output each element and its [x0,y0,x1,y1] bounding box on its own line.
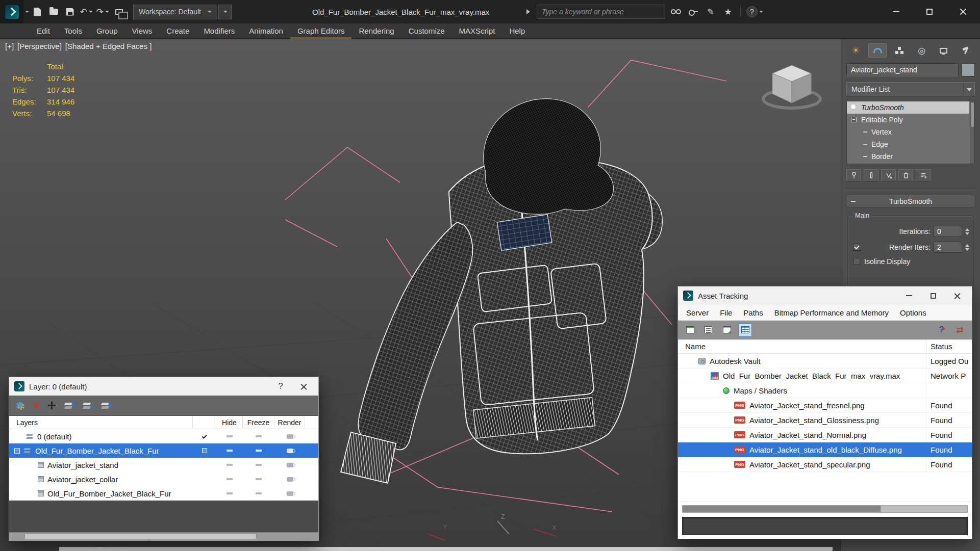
layer-row-selected[interactable]: Old_Fur_Bomber_Jacket_Black_Fur [9,443,318,458]
tab-motion[interactable]: ◎ [913,43,931,58]
save-file-button[interactable] [62,4,78,19]
menu-customize[interactable]: Customize [401,23,452,39]
remove-modifier-button[interactable] [898,169,913,181]
app-menu-button[interactable] [0,0,23,23]
render-toggle-icon[interactable] [287,434,293,439]
layer-dialog-close-button[interactable] [294,379,313,394]
menu-modifiers[interactable]: Modifiers [196,23,242,39]
stack-scrollbar-thumb[interactable] [971,102,974,127]
asset-row-png[interactable]: PNGAviator_Jacket_stand_specular.png Fou… [678,457,972,472]
object-name-field[interactable]: Aviator_jacket_stand [846,63,959,76]
hide-toggle-icon[interactable] [227,435,233,437]
column-layers[interactable]: Layers [9,416,193,429]
new-scene-button[interactable] [30,4,45,19]
stack-row-editable-poly[interactable]: Editable Poly [847,114,969,126]
vault-table-button[interactable] [683,323,697,337]
collapse-minus-icon[interactable] [14,448,20,454]
spinner-down-icon[interactable] [965,248,969,253]
menu-file[interactable]: File [714,308,738,317]
modifier-enabled-bulb-icon[interactable] [851,104,856,109]
menu-rendering[interactable]: Rendering [351,23,401,39]
view-cube[interactable] [763,65,820,108]
menu-paths[interactable]: Paths [738,308,768,317]
configure-modifier-sets-button[interactable] [916,169,931,181]
viewport-menu-pov[interactable]: [Perspective] [17,42,62,50]
favorites-button[interactable]: ★ [721,5,735,18]
layer-row-object[interactable]: Aviator_jacket_collar [9,472,318,486]
column-freeze[interactable]: Freeze [243,416,274,429]
freeze-toggle-icon[interactable] [256,435,262,437]
maximize-button[interactable] [913,0,946,23]
render-iters-checkbox[interactable] [853,244,860,251]
hide-toggle-icon[interactable] [227,492,233,494]
layer-row-object[interactable]: Old_Fur_Bomber_Jacket_Black_Fur [9,486,318,501]
select-layer-objects-button[interactable] [82,402,92,410]
close-button[interactable] [946,0,980,23]
help-sync-button[interactable]: ? [935,323,948,337]
create-new-layer-button[interactable]: ✱ [16,401,24,410]
asset-minimize-button[interactable] [899,288,919,303]
menu-server[interactable]: Server [681,308,714,317]
current-layer-box-icon[interactable] [202,448,207,453]
stack-scrollbar[interactable] [970,101,974,164]
iterations-field[interactable]: 0 [934,226,962,237]
render-toggle-icon[interactable] [287,463,293,467]
make-unique-button[interactable] [881,169,896,181]
asset-horizontal-scrollbar[interactable] [682,505,968,513]
isoline-display-checkbox[interactable] [853,258,860,265]
modifier-list-arrow[interactable] [963,83,974,96]
scrollbar-thumb[interactable] [24,534,257,539]
workspace-selector[interactable]: Workspace: Default [133,5,217,19]
tab-create[interactable]: ☀ [846,43,865,58]
asset-close-button[interactable] [947,288,967,303]
column-name[interactable]: Name [678,339,926,353]
layer-row-object[interactable]: Aviator_jacket_stand [9,458,318,472]
tab-modify[interactable] [868,43,887,58]
viewport-menu-shading[interactable]: [Shaded + Edged Faces ] [65,42,152,50]
asset-maximize-button[interactable] [923,288,943,303]
viewport-menu-general[interactable]: [+] [5,42,14,50]
search-input[interactable] [537,5,665,19]
layer-dialog-help-button[interactable]: ? [272,381,289,391]
scrollbar-thumb[interactable] [683,506,881,512]
spinner-up-icon[interactable] [965,242,969,247]
redo-button[interactable]: ↷ [95,4,110,19]
tab-utilities[interactable] [957,43,975,58]
help-button[interactable]: ? [746,6,763,17]
stack-row-border[interactable]: Border [847,150,969,163]
set-current-layer-button[interactable] [100,402,111,410]
modifier-list-dropdown[interactable]: Modifier List [846,82,975,96]
collapse-minus-icon[interactable] [851,117,857,122]
freeze-toggle-icon[interactable] [256,464,262,466]
grid-view-button[interactable] [738,323,752,337]
column-current[interactable] [193,416,216,429]
render-toggle-icon[interactable] [287,491,293,496]
add-table-button[interactable] [720,323,734,337]
menu-views[interactable]: Views [125,23,160,39]
list-view-button[interactable] [701,323,715,337]
freeze-toggle-icon[interactable] [256,478,262,480]
rollout-header[interactable]: TurboSmooth [846,195,975,207]
asset-row-png[interactable]: PNGAviator_Jacket_stand_fresnel.png Foun… [678,398,972,413]
asset-row-maps-group[interactable]: Maps / Shaders [678,383,972,398]
delete-layer-button[interactable] [32,402,40,409]
render-toggle-icon[interactable] [287,477,293,482]
hide-toggle-icon[interactable] [227,450,233,452]
object-color-swatch[interactable] [962,63,975,76]
iterations-spinner[interactable] [965,226,969,237]
column-hide[interactable]: Hide [216,416,243,429]
menu-edit[interactable]: Edit [30,23,57,39]
add-selection-button[interactable] [48,402,56,409]
open-file-button[interactable] [46,4,61,19]
tab-display[interactable] [935,43,953,58]
spinner-up-icon[interactable] [965,226,969,231]
license-button[interactable] [687,5,700,18]
freeze-toggle-icon[interactable] [256,492,262,494]
tab-hierarchy[interactable] [890,43,909,58]
scene-link-button[interactable] [111,4,127,19]
minimize-button[interactable] [879,0,913,23]
menu-maxscript[interactable]: MAXScript [452,23,502,39]
layer-dialog-titlebar[interactable]: Layer: 0 (default) ? [9,377,318,396]
workspace-extra-button[interactable] [218,5,232,19]
undo-button[interactable]: ↶ [79,4,94,19]
